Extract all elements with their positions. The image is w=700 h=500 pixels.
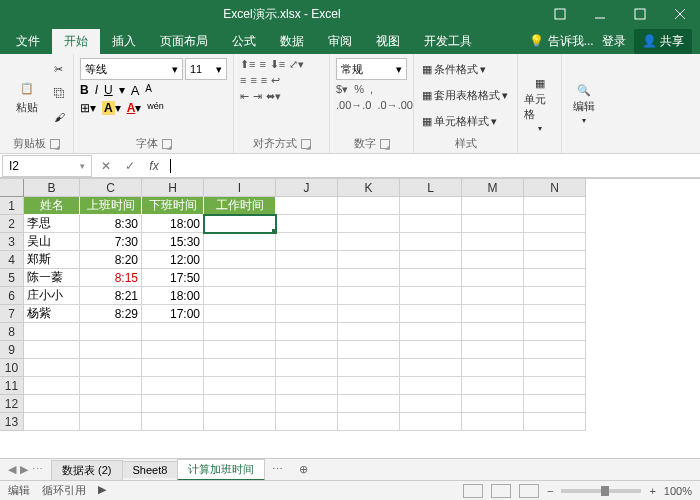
number-launcher[interactable] [380,139,390,149]
zoom-in-icon[interactable]: + [649,485,655,497]
cell[interactable] [204,233,276,251]
wrap-icon[interactable]: ↩ [271,74,280,87]
cell[interactable] [142,413,204,431]
bold-button[interactable]: B [80,83,89,98]
cell[interactable] [276,413,338,431]
col-header[interactable]: K [338,179,400,197]
macro-record-icon[interactable]: ▶ [98,483,106,498]
fill-color-button[interactable]: A▾ [102,101,121,115]
col-header[interactable]: M [462,179,524,197]
cell[interactable] [400,215,462,233]
row-header[interactable]: 1 [0,197,24,215]
tab-layout[interactable]: 页面布局 [148,29,220,54]
cell[interactable] [338,359,400,377]
row-header[interactable]: 12 [0,395,24,413]
cell[interactable]: 8:29 [80,305,142,323]
cell[interactable] [400,251,462,269]
comma-icon[interactable]: , [370,83,373,96]
align-center-icon[interactable]: ≡ [250,74,256,87]
tab-file[interactable]: 文件 [4,29,52,54]
cell[interactable] [204,305,276,323]
new-sheet-icon[interactable]: ⊕ [291,463,316,476]
cell-styles-button[interactable]: ▦单元格样式▾ [420,110,510,132]
copy-button[interactable]: ⿻ [52,82,67,104]
col-header[interactable]: I [204,179,276,197]
close-icon[interactable] [660,0,700,28]
cell[interactable] [462,413,524,431]
paste-button[interactable]: 📋 粘贴 [6,58,48,136]
cell[interactable] [338,251,400,269]
cell[interactable] [524,341,586,359]
cell[interactable] [24,413,80,431]
cell[interactable]: 12:00 [142,251,204,269]
sheet-nav-first-icon[interactable]: ◀ [8,463,16,476]
zoom-slider[interactable] [561,489,641,493]
col-header[interactable]: N [524,179,586,197]
cell[interactable] [462,359,524,377]
cell[interactable] [524,413,586,431]
cell[interactable] [462,269,524,287]
editing-button[interactable]: 🔍编辑▾ [568,58,600,151]
sheet-more-icon[interactable]: ⋯ [32,463,43,476]
cell[interactable] [80,395,142,413]
underline-button[interactable]: U [104,83,113,98]
inc-decimal-icon[interactable]: .00→.0 [336,99,371,111]
cell[interactable] [276,251,338,269]
cell[interactable] [400,197,462,215]
cell[interactable] [400,413,462,431]
col-header[interactable]: J [276,179,338,197]
cell[interactable] [462,287,524,305]
row-header[interactable]: 10 [0,359,24,377]
cell[interactable] [276,215,338,233]
cell[interactable] [276,395,338,413]
cell[interactable] [204,287,276,305]
cell[interactable] [204,251,276,269]
cell[interactable] [462,323,524,341]
cell[interactable] [338,323,400,341]
cell[interactable]: 15:30 [142,233,204,251]
cell[interactable] [204,377,276,395]
name-box[interactable]: I2▾ [2,155,92,177]
cell[interactable] [80,413,142,431]
col-header[interactable]: L [400,179,462,197]
cell[interactable] [338,413,400,431]
number-format-select[interactable]: 常规▾ [336,58,407,80]
cell[interactable] [524,395,586,413]
col-header[interactable]: B [24,179,80,197]
tell-me[interactable]: 💡 告诉我... [529,33,593,50]
cell[interactable]: 8:20 [80,251,142,269]
cell[interactable] [276,341,338,359]
cell[interactable] [80,359,142,377]
cell[interactable]: 李思 [24,215,80,233]
cell[interactable] [462,395,524,413]
cell[interactable] [338,377,400,395]
cell[interactable] [142,395,204,413]
cell[interactable] [524,287,586,305]
cell[interactable]: 杨紫 [24,305,80,323]
cell[interactable] [24,377,80,395]
cell[interactable]: 郑斯 [24,251,80,269]
sheet-more-right-icon[interactable]: ⋯ [264,463,291,476]
row-header[interactable]: 8 [0,323,24,341]
header-cell[interactable]: 姓名 [24,197,80,215]
cell[interactable] [400,377,462,395]
tab-home[interactable]: 开始 [52,29,100,54]
align-right-icon[interactable]: ≡ [261,74,267,87]
cell[interactable] [276,377,338,395]
cell[interactable]: 7:30 [80,233,142,251]
cell[interactable] [524,305,586,323]
cell[interactable] [400,323,462,341]
clipboard-launcher[interactable] [50,139,60,149]
cell[interactable] [142,377,204,395]
cut-button[interactable]: ✂ [52,58,67,80]
cell[interactable] [524,323,586,341]
cell[interactable]: 陈一蓁 [24,269,80,287]
cell[interactable] [524,215,586,233]
align-top-icon[interactable]: ⬆≡ [240,58,255,71]
cell[interactable] [204,341,276,359]
cell[interactable] [276,233,338,251]
cell[interactable] [204,323,276,341]
row-header[interactable]: 6 [0,287,24,305]
align-bottom-icon[interactable]: ⬇≡ [270,58,285,71]
cell[interactable]: 17:00 [142,305,204,323]
